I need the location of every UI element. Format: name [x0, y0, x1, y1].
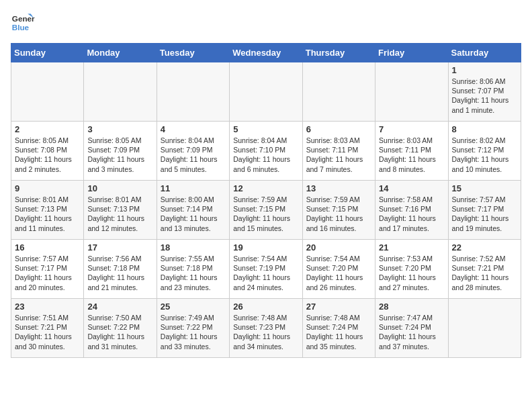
day-number: 23: [15, 302, 80, 312]
day-info: Sunrise: 8:06 AM Sunset: 7:07 PM Dayligh…: [452, 77, 517, 115]
calendar-cell: 7Sunrise: 8:03 AM Sunset: 7:11 PM Daylig…: [375, 122, 448, 181]
day-info: Sunrise: 7:56 AM Sunset: 7:18 PM Dayligh…: [87, 254, 152, 292]
day-info: Sunrise: 7:58 AM Sunset: 7:16 PM Dayligh…: [379, 195, 444, 233]
day-number: 8: [452, 124, 517, 134]
calendar-cell: 3Sunrise: 8:05 AM Sunset: 7:09 PM Daylig…: [84, 122, 157, 181]
day-number: 11: [161, 183, 226, 193]
page-header: General Blue: [11, 11, 521, 35]
calendar-cell: 15Sunrise: 7:57 AM Sunset: 7:17 PM Dayli…: [448, 181, 521, 240]
calendar-week-5: 23Sunrise: 7:51 AM Sunset: 7:21 PM Dayli…: [11, 299, 521, 358]
calendar-cell: 13Sunrise: 7:59 AM Sunset: 7:15 PM Dayli…: [302, 181, 375, 240]
calendar-cell: 17Sunrise: 7:56 AM Sunset: 7:18 PM Dayli…: [84, 240, 157, 299]
calendar-cell: 21Sunrise: 7:53 AM Sunset: 7:20 PM Dayli…: [375, 240, 448, 299]
calendar-cell: 25Sunrise: 7:49 AM Sunset: 7:22 PM Dayli…: [157, 299, 229, 358]
day-info: Sunrise: 7:59 AM Sunset: 7:15 PM Dayligh…: [233, 195, 298, 233]
day-info: Sunrise: 7:51 AM Sunset: 7:21 PM Dayligh…: [15, 313, 80, 351]
calendar-cell: 28Sunrise: 7:47 AM Sunset: 7:24 PM Dayli…: [375, 299, 448, 358]
weekday-header-wednesday: Wednesday: [230, 44, 302, 62]
day-number: 3: [87, 124, 152, 134]
calendar-cell: 14Sunrise: 7:58 AM Sunset: 7:16 PM Dayli…: [375, 181, 448, 240]
day-number: 2: [15, 124, 80, 134]
calendar-cell: 9Sunrise: 8:01 AM Sunset: 7:13 PM Daylig…: [11, 181, 84, 240]
calendar-cell: 22Sunrise: 7:52 AM Sunset: 7:21 PM Dayli…: [448, 240, 521, 299]
calendar-cell: [302, 62, 375, 122]
calendar-week-3: 9Sunrise: 8:01 AM Sunset: 7:13 PM Daylig…: [11, 181, 521, 240]
day-number: 5: [233, 124, 298, 134]
day-info: Sunrise: 8:01 AM Sunset: 7:13 PM Dayligh…: [87, 195, 152, 233]
calendar-cell: 19Sunrise: 7:54 AM Sunset: 7:19 PM Dayli…: [230, 240, 302, 299]
day-number: 19: [233, 242, 298, 253]
day-info: Sunrise: 7:53 AM Sunset: 7:20 PM Dayligh…: [379, 254, 444, 292]
day-info: Sunrise: 8:00 AM Sunset: 7:14 PM Dayligh…: [161, 195, 226, 233]
day-info: Sunrise: 7:57 AM Sunset: 7:17 PM Dayligh…: [15, 254, 80, 292]
day-number: 27: [306, 302, 371, 312]
day-number: 7: [379, 124, 444, 134]
weekday-header-thursday: Thursday: [302, 44, 375, 62]
day-number: 24: [87, 302, 152, 312]
calendar-cell: [375, 62, 448, 122]
day-number: 4: [161, 124, 226, 134]
weekday-header-friday: Friday: [375, 44, 448, 62]
day-number: 22: [452, 242, 517, 253]
day-info: Sunrise: 8:03 AM Sunset: 7:11 PM Dayligh…: [379, 136, 444, 174]
day-number: 21: [379, 242, 444, 253]
calendar-cell: 26Sunrise: 7:48 AM Sunset: 7:23 PM Dayli…: [230, 299, 302, 358]
calendar-cell: [448, 299, 521, 358]
day-info: Sunrise: 8:04 AM Sunset: 7:09 PM Dayligh…: [161, 136, 226, 174]
calendar-cell: 27Sunrise: 7:48 AM Sunset: 7:24 PM Dayli…: [302, 299, 375, 358]
day-info: Sunrise: 7:59 AM Sunset: 7:15 PM Dayligh…: [306, 195, 371, 233]
day-number: 17: [87, 242, 152, 253]
day-info: Sunrise: 7:49 AM Sunset: 7:22 PM Dayligh…: [161, 313, 226, 351]
day-info: Sunrise: 7:48 AM Sunset: 7:23 PM Dayligh…: [233, 313, 298, 351]
day-number: 18: [161, 242, 226, 253]
day-number: 20: [306, 242, 371, 253]
calendar-cell: 16Sunrise: 7:57 AM Sunset: 7:17 PM Dayli…: [11, 240, 84, 299]
day-info: Sunrise: 8:03 AM Sunset: 7:11 PM Dayligh…: [306, 136, 371, 174]
calendar-cell: 8Sunrise: 8:02 AM Sunset: 7:12 PM Daylig…: [448, 122, 521, 181]
weekday-header-saturday: Saturday: [448, 44, 521, 62]
day-info: Sunrise: 7:54 AM Sunset: 7:20 PM Dayligh…: [306, 254, 371, 292]
calendar-cell: 6Sunrise: 8:03 AM Sunset: 7:11 PM Daylig…: [302, 122, 375, 181]
day-info: Sunrise: 8:05 AM Sunset: 7:08 PM Dayligh…: [15, 136, 80, 174]
calendar-week-2: 2Sunrise: 8:05 AM Sunset: 7:08 PM Daylig…: [11, 122, 521, 181]
calendar-week-1: 1Sunrise: 8:06 AM Sunset: 7:07 PM Daylig…: [11, 62, 521, 122]
calendar-cell: [84, 62, 157, 122]
calendar-cell: 4Sunrise: 8:04 AM Sunset: 7:09 PM Daylig…: [157, 122, 229, 181]
day-number: 10: [87, 183, 152, 193]
weekday-header-sunday: Sunday: [11, 44, 84, 62]
day-info: Sunrise: 7:50 AM Sunset: 7:22 PM Dayligh…: [87, 313, 152, 351]
day-info: Sunrise: 7:57 AM Sunset: 7:17 PM Dayligh…: [452, 195, 517, 233]
day-number: 16: [15, 242, 80, 253]
calendar-cell: 5Sunrise: 8:04 AM Sunset: 7:10 PM Daylig…: [230, 122, 302, 181]
day-number: 12: [233, 183, 298, 193]
day-info: Sunrise: 8:05 AM Sunset: 7:09 PM Dayligh…: [87, 136, 152, 174]
weekday-header-monday: Monday: [84, 44, 157, 62]
calendar-cell: 20Sunrise: 7:54 AM Sunset: 7:20 PM Dayli…: [302, 240, 375, 299]
day-info: Sunrise: 7:55 AM Sunset: 7:18 PM Dayligh…: [161, 254, 226, 292]
day-info: Sunrise: 8:01 AM Sunset: 7:13 PM Dayligh…: [15, 195, 80, 233]
logo-icon: General Blue: [11, 11, 35, 35]
day-info: Sunrise: 8:02 AM Sunset: 7:12 PM Dayligh…: [452, 136, 517, 174]
day-number: 6: [306, 124, 371, 134]
calendar-cell: [157, 62, 229, 122]
day-number: 1: [452, 65, 517, 75]
calendar-cell: 24Sunrise: 7:50 AM Sunset: 7:22 PM Dayli…: [84, 299, 157, 358]
day-info: Sunrise: 7:48 AM Sunset: 7:24 PM Dayligh…: [306, 313, 371, 351]
calendar-cell: 1Sunrise: 8:06 AM Sunset: 7:07 PM Daylig…: [448, 62, 521, 122]
day-number: 9: [15, 183, 80, 193]
calendar-cell: 2Sunrise: 8:05 AM Sunset: 7:08 PM Daylig…: [11, 122, 84, 181]
calendar-cell: 23Sunrise: 7:51 AM Sunset: 7:21 PM Dayli…: [11, 299, 84, 358]
calendar-cell: 12Sunrise: 7:59 AM Sunset: 7:15 PM Dayli…: [230, 181, 302, 240]
day-number: 26: [233, 302, 298, 312]
day-info: Sunrise: 7:54 AM Sunset: 7:19 PM Dayligh…: [233, 254, 298, 292]
day-number: 25: [161, 302, 226, 312]
calendar-week-4: 16Sunrise: 7:57 AM Sunset: 7:17 PM Dayli…: [11, 240, 521, 299]
calendar-cell: 11Sunrise: 8:00 AM Sunset: 7:14 PM Dayli…: [157, 181, 229, 240]
calendar-cell: 18Sunrise: 7:55 AM Sunset: 7:18 PM Dayli…: [157, 240, 229, 299]
calendar-cell: [230, 62, 302, 122]
day-number: 13: [306, 183, 371, 193]
weekday-header-tuesday: Tuesday: [157, 44, 229, 62]
day-info: Sunrise: 8:04 AM Sunset: 7:10 PM Dayligh…: [233, 136, 298, 174]
day-number: 15: [452, 183, 517, 193]
day-number: 28: [379, 302, 444, 312]
